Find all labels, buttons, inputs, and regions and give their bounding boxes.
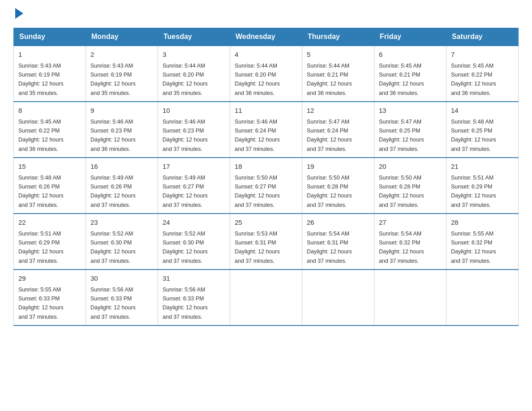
calendar-cell: 19 Sunrise: 5:50 AMSunset: 6:28 PMDaylig… [302, 158, 374, 214]
calendar-cell: 21 Sunrise: 5:51 AMSunset: 6:29 PMDaylig… [446, 158, 519, 214]
day-header-wednesday: Wednesday [230, 28, 302, 46]
day-info: Sunrise: 5:51 AMSunset: 6:29 PMDaylight:… [18, 231, 64, 264]
day-number: 13 [379, 106, 442, 116]
day-number: 28 [451, 218, 514, 228]
calendar-cell [302, 270, 374, 325]
calendar-week-row: 1 Sunrise: 5:43 AMSunset: 6:19 PMDayligh… [14, 46, 519, 102]
day-info: Sunrise: 5:49 AMSunset: 6:26 PMDaylight:… [90, 175, 136, 208]
day-info: Sunrise: 5:50 AMSunset: 6:28 PMDaylight:… [379, 175, 424, 208]
day-number: 8 [18, 106, 81, 116]
day-header-thursday: Thursday [302, 28, 374, 46]
calendar-cell: 28 Sunrise: 5:55 AMSunset: 6:32 PMDaylig… [446, 214, 519, 270]
day-header-tuesday: Tuesday [158, 28, 230, 46]
day-number: 18 [235, 162, 297, 172]
day-info: Sunrise: 5:56 AMSunset: 6:33 PMDaylight:… [90, 287, 136, 320]
day-number: 12 [307, 106, 369, 116]
day-info: Sunrise: 5:52 AMSunset: 6:30 PMDaylight:… [90, 231, 136, 264]
calendar-week-row: 29 Sunrise: 5:55 AMSunset: 6:33 PMDaylig… [14, 270, 519, 325]
calendar-cell: 1 Sunrise: 5:43 AMSunset: 6:19 PMDayligh… [14, 46, 86, 102]
day-number: 6 [379, 50, 442, 60]
day-number: 2 [90, 50, 153, 60]
calendar-cell: 22 Sunrise: 5:51 AMSunset: 6:29 PMDaylig… [14, 214, 86, 270]
day-number: 1 [18, 50, 81, 60]
day-info: Sunrise: 5:47 AMSunset: 6:24 PMDaylight:… [307, 119, 352, 152]
calendar-cell: 4 Sunrise: 5:44 AMSunset: 6:20 PMDayligh… [230, 46, 302, 102]
day-number: 30 [90, 274, 153, 284]
logo [13, 9, 23, 19]
day-info: Sunrise: 5:53 AMSunset: 6:31 PMDaylight:… [235, 231, 280, 264]
calendar-cell: 11 Sunrise: 5:46 AMSunset: 6:24 PMDaylig… [230, 102, 302, 158]
day-info: Sunrise: 5:56 AMSunset: 6:33 PMDaylight:… [163, 287, 208, 320]
day-info: Sunrise: 5:46 AMSunset: 6:24 PMDaylight:… [235, 119, 280, 152]
day-number: 9 [90, 106, 153, 116]
day-number: 4 [235, 50, 297, 60]
day-header-friday: Friday [374, 28, 446, 46]
day-number: 14 [451, 106, 514, 116]
calendar-cell: 25 Sunrise: 5:53 AMSunset: 6:31 PMDaylig… [230, 214, 302, 270]
day-number: 7 [451, 50, 514, 60]
day-info: Sunrise: 5:46 AMSunset: 6:23 PMDaylight:… [90, 119, 136, 152]
calendar-cell: 16 Sunrise: 5:49 AMSunset: 6:26 PMDaylig… [86, 158, 158, 214]
day-number: 16 [90, 162, 153, 172]
day-number: 26 [307, 218, 369, 228]
calendar-cell: 26 Sunrise: 5:54 AMSunset: 6:31 PMDaylig… [302, 214, 374, 270]
calendar-week-row: 22 Sunrise: 5:51 AMSunset: 6:29 PMDaylig… [14, 214, 519, 270]
calendar-cell [446, 270, 519, 325]
calendar-week-row: 8 Sunrise: 5:45 AMSunset: 6:22 PMDayligh… [14, 102, 519, 158]
calendar-cell: 20 Sunrise: 5:50 AMSunset: 6:28 PMDaylig… [374, 158, 446, 214]
day-info: Sunrise: 5:44 AMSunset: 6:20 PMDaylight:… [235, 63, 280, 96]
day-number: 21 [451, 162, 514, 172]
day-number: 29 [18, 274, 81, 284]
calendar-cell: 17 Sunrise: 5:49 AMSunset: 6:27 PMDaylig… [158, 158, 230, 214]
day-info: Sunrise: 5:45 AMSunset: 6:21 PMDaylight:… [379, 63, 424, 96]
logo-arrow-icon [15, 8, 23, 19]
day-number: 27 [379, 218, 442, 228]
day-info: Sunrise: 5:45 AMSunset: 6:22 PMDaylight:… [18, 119, 64, 152]
day-info: Sunrise: 5:51 AMSunset: 6:29 PMDaylight:… [451, 175, 496, 208]
calendar-cell: 23 Sunrise: 5:52 AMSunset: 6:30 PMDaylig… [86, 214, 158, 270]
day-number: 10 [163, 106, 225, 116]
calendar-cell: 30 Sunrise: 5:56 AMSunset: 6:33 PMDaylig… [86, 270, 158, 325]
day-number: 25 [235, 218, 297, 228]
day-number: 24 [163, 218, 225, 228]
day-number: 23 [90, 218, 153, 228]
calendar-cell: 8 Sunrise: 5:45 AMSunset: 6:22 PMDayligh… [14, 102, 86, 158]
day-number: 19 [307, 162, 369, 172]
day-info: Sunrise: 5:50 AMSunset: 6:27 PMDaylight:… [235, 175, 280, 208]
day-info: Sunrise: 5:54 AMSunset: 6:32 PMDaylight:… [379, 231, 424, 264]
page-header [13, 9, 519, 19]
day-number: 3 [163, 50, 225, 60]
day-number: 5 [307, 50, 369, 60]
day-info: Sunrise: 5:54 AMSunset: 6:31 PMDaylight:… [307, 231, 352, 264]
calendar-cell: 3 Sunrise: 5:44 AMSunset: 6:20 PMDayligh… [158, 46, 230, 102]
calendar-cell: 14 Sunrise: 5:48 AMSunset: 6:25 PMDaylig… [446, 102, 519, 158]
calendar-cell: 31 Sunrise: 5:56 AMSunset: 6:33 PMDaylig… [158, 270, 230, 325]
day-info: Sunrise: 5:48 AMSunset: 6:26 PMDaylight:… [18, 175, 64, 208]
day-number: 17 [163, 162, 225, 172]
calendar-cell: 7 Sunrise: 5:45 AMSunset: 6:22 PMDayligh… [446, 46, 519, 102]
day-header-sunday: Sunday [14, 28, 86, 46]
day-info: Sunrise: 5:49 AMSunset: 6:27 PMDaylight:… [163, 175, 208, 208]
day-info: Sunrise: 5:48 AMSunset: 6:25 PMDaylight:… [451, 119, 496, 152]
day-info: Sunrise: 5:55 AMSunset: 6:32 PMDaylight:… [451, 231, 496, 264]
day-number: 20 [379, 162, 442, 172]
calendar-cell: 2 Sunrise: 5:43 AMSunset: 6:19 PMDayligh… [86, 46, 158, 102]
calendar-cell: 6 Sunrise: 5:45 AMSunset: 6:21 PMDayligh… [374, 46, 446, 102]
day-info: Sunrise: 5:46 AMSunset: 6:23 PMDaylight:… [163, 119, 208, 152]
calendar-week-row: 15 Sunrise: 5:48 AMSunset: 6:26 PMDaylig… [14, 158, 519, 214]
calendar-cell: 15 Sunrise: 5:48 AMSunset: 6:26 PMDaylig… [14, 158, 86, 214]
calendar-cell: 5 Sunrise: 5:44 AMSunset: 6:21 PMDayligh… [302, 46, 374, 102]
day-number: 22 [18, 218, 81, 228]
day-info: Sunrise: 5:44 AMSunset: 6:21 PMDaylight:… [307, 63, 352, 96]
calendar-cell [230, 270, 302, 325]
day-number: 15 [18, 162, 81, 172]
calendar-cell: 13 Sunrise: 5:47 AMSunset: 6:25 PMDaylig… [374, 102, 446, 158]
calendar-cell: 29 Sunrise: 5:55 AMSunset: 6:33 PMDaylig… [14, 270, 86, 325]
day-info: Sunrise: 5:55 AMSunset: 6:33 PMDaylight:… [18, 287, 64, 320]
day-info: Sunrise: 5:52 AMSunset: 6:30 PMDaylight:… [163, 231, 208, 264]
day-info: Sunrise: 5:47 AMSunset: 6:25 PMDaylight:… [379, 119, 424, 152]
day-info: Sunrise: 5:44 AMSunset: 6:20 PMDaylight:… [163, 63, 208, 96]
calendar-cell: 10 Sunrise: 5:46 AMSunset: 6:23 PMDaylig… [158, 102, 230, 158]
day-info: Sunrise: 5:43 AMSunset: 6:19 PMDaylight:… [18, 63, 64, 96]
day-info: Sunrise: 5:43 AMSunset: 6:19 PMDaylight:… [90, 63, 136, 96]
